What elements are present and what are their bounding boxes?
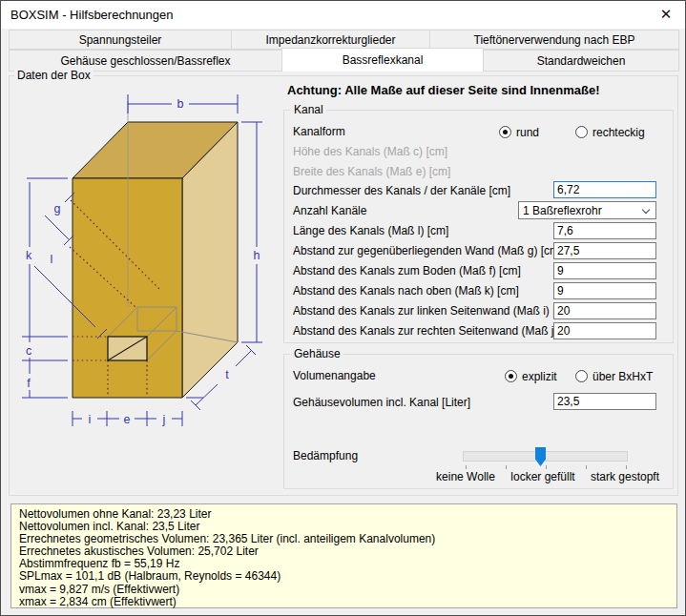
dim-k: k bbox=[26, 249, 32, 262]
radio-explizit-label: explizit bbox=[522, 370, 557, 383]
dim-c: c bbox=[26, 344, 31, 358]
hoehe-label: Höhe des Kanals (Maß c) [cm] bbox=[293, 145, 447, 158]
durchmesser-input[interactable] bbox=[553, 181, 656, 198]
slider-tick bbox=[506, 465, 507, 469]
radio-rund-label: rund bbox=[516, 126, 539, 139]
window-title: BOXSIM - Hilfsberechnungen bbox=[10, 1, 174, 29]
links-label: Abstand des Kanals zur linken Seitenwand… bbox=[293, 304, 574, 318]
dialog-window: BOXSIM - Hilfsberechnungen ✕ Spannungste… bbox=[0, 0, 686, 616]
kanal-group-label: Kanal bbox=[291, 103, 326, 116]
wand-input[interactable] bbox=[553, 242, 656, 259]
slider-tick bbox=[586, 465, 587, 469]
chevron-down-icon bbox=[642, 206, 650, 214]
dim-e: e bbox=[124, 413, 131, 426]
result-line: vmax = 9,827 m/s (Effektivwert) bbox=[19, 584, 669, 596]
box-front-face bbox=[73, 178, 182, 398]
boden-input[interactable] bbox=[553, 262, 656, 279]
inner-dimensions-warning: Achtung: Alle Maße auf dieser Seite sind… bbox=[287, 83, 599, 97]
radio-dot bbox=[503, 130, 508, 134]
radio-explizit[interactable] bbox=[505, 370, 517, 382]
close-icon[interactable]: ✕ bbox=[655, 3, 677, 26]
bedaempfung-label: Bedämpfung bbox=[293, 449, 358, 462]
dim-i: i bbox=[89, 413, 92, 426]
rechts-label: Abstand des Kanals zur rechten Seitenwan… bbox=[293, 324, 582, 338]
radio-ueber-bxhxt[interactable] bbox=[575, 370, 588, 382]
volumenangabe-label: Volumenangabe bbox=[293, 369, 376, 382]
result-line: SPLmax = 101,1 dB (Halbraum, Reynolds = … bbox=[19, 570, 669, 583]
breite-label: Breite des Kanals (Maß e) [cm] bbox=[293, 165, 450, 178]
tab-tieftoenerverwendung[interactable]: Tieftönerverwendung nach EBP bbox=[429, 30, 679, 50]
volumen-label: Gehäusevolumen incl. Kanal [Liter] bbox=[293, 396, 470, 409]
results-panel: Nettovolumen ohne Kanal: 23,23 Liter Net… bbox=[10, 503, 677, 608]
radio-rechteckig-label: rechteckig bbox=[592, 126, 645, 139]
slider-label-keine-wolle: keine Wolle bbox=[430, 470, 501, 483]
volumen-input[interactable] bbox=[553, 393, 656, 410]
slider-tick bbox=[466, 465, 467, 469]
anzahl-dropdown[interactable]: 1 Baßreflexrohr bbox=[518, 201, 656, 219]
tab-impedanzkorrekturglieder[interactable]: Impedanzkorrekturglieder bbox=[231, 30, 430, 50]
titlebar[interactable]: BOXSIM - Hilfsberechnungen ✕ bbox=[1, 1, 685, 29]
slider-tick bbox=[626, 465, 627, 469]
kanalform-label: Kanalform bbox=[293, 125, 345, 138]
gehaeuse-group-label: Gehäuse bbox=[291, 347, 343, 360]
oben-label: Abstand des Kanals nach oben (Maß k) [cm… bbox=[293, 284, 519, 298]
radio-rechteckig[interactable] bbox=[575, 126, 588, 138]
dim-j: j bbox=[162, 413, 166, 426]
laenge-label: Länge des Kanals (Maß l) [cm] bbox=[293, 224, 448, 237]
result-line: xmax = 2,834 cm (Effektivwert) bbox=[19, 596, 669, 608]
oben-input[interactable] bbox=[553, 282, 656, 299]
durchmesser-label: Durchmesser des Kanals / der Kanäle [cm] bbox=[293, 184, 510, 197]
wand-label: Abstand zur gegenüberliegenden Wand (Maß… bbox=[293, 244, 562, 257]
laenge-input[interactable] bbox=[553, 222, 656, 239]
tab-bassreflexkanal[interactable]: Bassreflexkanal bbox=[281, 48, 484, 72]
anzahl-label: Anzahl Kanäle bbox=[293, 204, 366, 217]
dim-b: b bbox=[177, 97, 184, 111]
slider-label-locker-gefuellt: locker gefüllt bbox=[500, 470, 586, 483]
rechts-input[interactable] bbox=[553, 322, 656, 339]
radio-ueber-bxhxt-label: über BxHxT bbox=[592, 370, 653, 383]
links-input[interactable] bbox=[553, 302, 656, 319]
radio-dot bbox=[509, 374, 513, 379]
slider-tick bbox=[546, 465, 547, 469]
dim-h: h bbox=[254, 249, 260, 262]
dim-f: f bbox=[27, 377, 31, 390]
dim-t: t bbox=[225, 368, 229, 381]
tab-standardweichen[interactable]: Standardweichen bbox=[483, 50, 679, 72]
boden-label: Abstand des Kanals zum Boden (Maß f) [cm… bbox=[293, 264, 521, 277]
slider-label-stark-gestopft: stark gestopft bbox=[581, 470, 669, 483]
daten-der-box-label: Daten der Box bbox=[14, 69, 94, 82]
dim-l: l bbox=[51, 253, 53, 266]
dim-g: g bbox=[54, 202, 61, 216]
anzahl-dropdown-value: 1 Baßreflexrohr bbox=[523, 204, 602, 217]
box-diagram: b h t k c f i e j g l bbox=[9, 75, 285, 496]
radio-rund[interactable] bbox=[499, 126, 511, 138]
tab-spannungsteiler[interactable]: Spannungsteiler bbox=[9, 30, 232, 50]
